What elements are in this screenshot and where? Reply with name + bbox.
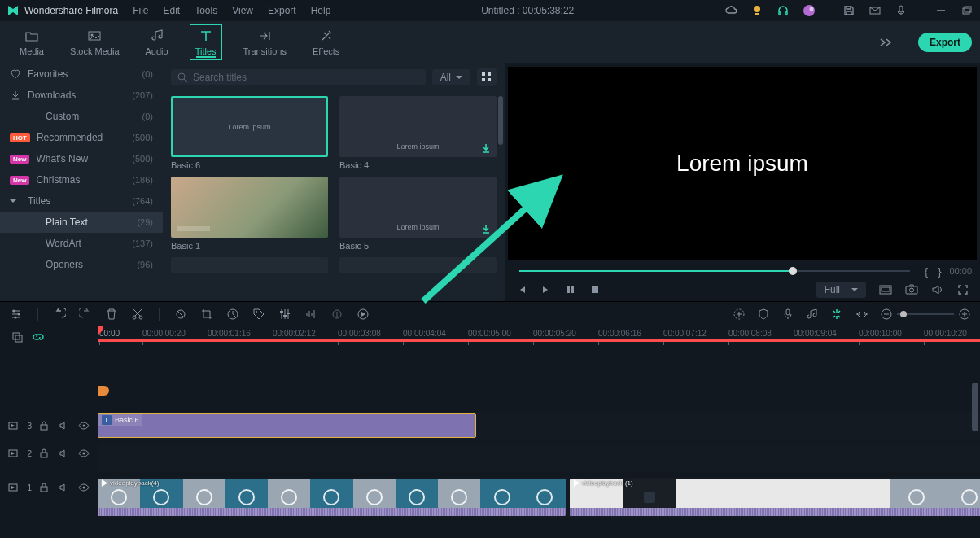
zoom-in-icon[interactable] xyxy=(959,308,970,320)
menu-edit[interactable]: Edit xyxy=(164,5,181,16)
tab-stock[interactable]: Stock Media xyxy=(65,25,125,59)
track-play-icon[interactable] xyxy=(8,483,19,492)
lock-icon[interactable] xyxy=(40,448,50,458)
menu-export[interactable]: Export xyxy=(268,5,296,16)
save-icon[interactable] xyxy=(842,4,855,17)
video-clip-b[interactable]: videoplayback (1) xyxy=(570,479,980,516)
mark-out-icon[interactable]: } xyxy=(938,265,941,278)
track-header-2[interactable]: 2 xyxy=(0,440,98,467)
duplicate-icon[interactable] xyxy=(11,331,23,343)
lock-icon[interactable] xyxy=(40,483,50,492)
idea-icon[interactable] xyxy=(750,4,763,17)
voice-icon[interactable] xyxy=(330,308,343,321)
sidebar-item-wordart[interactable]: WordArt (137) xyxy=(0,233,163,254)
title-thumb-basic4[interactable]: Lorem ipsum Basic 4 xyxy=(339,96,497,170)
mute-icon[interactable] xyxy=(59,449,70,457)
title-thumb-partial[interactable] xyxy=(171,257,328,273)
expand-modules-icon[interactable] xyxy=(879,37,894,48)
title-thumb-partial[interactable] xyxy=(339,257,497,273)
menu-help[interactable]: Help xyxy=(311,5,331,16)
circle-off-icon[interactable] xyxy=(174,308,187,321)
cut-icon[interactable] xyxy=(131,308,144,321)
search-input[interactable]: Search titles xyxy=(171,69,426,85)
playhead-icon[interactable] xyxy=(98,326,103,335)
maximize-icon[interactable] xyxy=(960,4,973,17)
mark-in-icon[interactable]: { xyxy=(925,265,928,278)
sidebar-item-favorites[interactable]: Favorites (0) xyxy=(0,63,163,85)
cloud-icon[interactable] xyxy=(724,4,737,17)
track-play-icon[interactable] xyxy=(8,448,19,458)
timeline-scrollbar[interactable] xyxy=(972,350,978,531)
preview-resolution-select[interactable]: Full xyxy=(816,282,866,298)
sidebar-item-downloads[interactable]: Downloads (207) xyxy=(0,85,163,106)
speed-icon[interactable] xyxy=(226,308,239,321)
headphones-icon[interactable] xyxy=(777,4,790,17)
volume-icon[interactable] xyxy=(931,284,944,295)
tab-effects[interactable]: Effects xyxy=(308,25,344,59)
play-button[interactable] xyxy=(540,284,552,295)
title-clip-basic6[interactable]: TBasic 6 xyxy=(98,413,476,438)
detach-preview-icon[interactable] xyxy=(879,284,892,295)
tab-titles[interactable]: Titles xyxy=(190,24,222,60)
prev-frame-button[interactable] xyxy=(516,284,527,295)
filter-dropdown[interactable]: All xyxy=(432,69,470,85)
tag-icon[interactable] xyxy=(252,308,265,321)
eye-icon[interactable] xyxy=(78,483,90,492)
eye-icon[interactable] xyxy=(78,449,90,457)
sidebar-item-christmas[interactable]: New Christmas (186) xyxy=(0,169,163,190)
download-icon[interactable] xyxy=(480,223,492,234)
settings-sliders-icon[interactable] xyxy=(10,308,23,321)
shield-icon[interactable] xyxy=(757,308,770,321)
link-icon[interactable] xyxy=(33,331,44,343)
pause-button[interactable] xyxy=(565,284,576,295)
tab-transitions[interactable]: Transitions xyxy=(238,25,291,59)
sidebar-item-whatsnew[interactable]: New What's New (500) xyxy=(0,148,163,169)
sidebar-item-custom[interactable]: Custom (0) xyxy=(0,106,163,127)
timeline-ruler[interactable]: 00:00 00:00:00:20 00:00:01:16 00:00:02:1… xyxy=(98,326,980,348)
export-button[interactable]: Export xyxy=(918,33,972,52)
undo-icon[interactable] xyxy=(53,308,66,321)
fullscreen-icon[interactable] xyxy=(957,284,969,295)
marker-icon[interactable] xyxy=(98,386,109,399)
mute-icon[interactable] xyxy=(59,422,70,430)
redo-icon[interactable] xyxy=(79,308,92,321)
render-icon[interactable] xyxy=(357,308,370,321)
download-icon[interactable] xyxy=(480,142,492,154)
layout-grid-button[interactable] xyxy=(477,68,497,86)
audio-eq-icon[interactable] xyxy=(304,308,317,321)
title-thumb-basic1[interactable]: Basic 1 xyxy=(171,177,328,251)
menu-file[interactable]: File xyxy=(133,5,148,16)
voiceover-icon[interactable] xyxy=(895,4,908,17)
stop-button[interactable] xyxy=(589,284,601,295)
title-thumb-basic5[interactable]: Lorem ipsum Basic 5 xyxy=(339,177,497,251)
mute-icon[interactable] xyxy=(59,483,70,492)
sidebar-item-plaintext[interactable]: Plain Text (29) xyxy=(0,212,163,233)
eye-icon[interactable] xyxy=(78,422,90,430)
sidebar-item-recommended[interactable]: HOT Recommended (500) xyxy=(0,127,163,148)
mail-icon[interactable] xyxy=(868,4,882,17)
crop-icon[interactable] xyxy=(200,308,213,321)
snapshot-icon[interactable] xyxy=(905,284,918,295)
zoom-slider[interactable] xyxy=(881,308,970,320)
title-thumb-basic6[interactable]: Lorem ipsum Basic 6 xyxy=(171,96,328,170)
minimize-icon[interactable] xyxy=(934,4,947,17)
preview-seekbar[interactable] xyxy=(519,267,910,275)
sidebar-item-titles[interactable]: Titles (764) xyxy=(0,190,163,212)
lock-icon[interactable] xyxy=(40,421,50,431)
fit-icon[interactable] xyxy=(855,308,869,320)
preview-video[interactable]: Lorem ipsum xyxy=(508,67,977,260)
tab-media[interactable]: Media xyxy=(15,25,49,59)
zoom-out-icon[interactable] xyxy=(881,308,892,320)
track-header-3[interactable]: 3 xyxy=(0,412,98,440)
menu-tools[interactable]: Tools xyxy=(195,5,217,16)
profile-icon[interactable] xyxy=(803,4,816,17)
tab-audio[interactable]: Audio xyxy=(141,25,173,59)
sidebar-item-openers[interactable]: Openers (96) xyxy=(0,254,163,275)
browser-scrollbar[interactable] xyxy=(498,96,503,295)
video-clip-a[interactable]: videoplayback(4) xyxy=(98,479,566,516)
delete-icon[interactable] xyxy=(105,308,118,321)
track-play-icon[interactable] xyxy=(8,421,19,431)
snap-icon[interactable] xyxy=(830,308,843,321)
marker-add-icon[interactable] xyxy=(733,308,746,321)
timeline-body[interactable]: 00:00 00:00:00:20 00:00:01:16 00:00:02:1… xyxy=(98,326,980,538)
